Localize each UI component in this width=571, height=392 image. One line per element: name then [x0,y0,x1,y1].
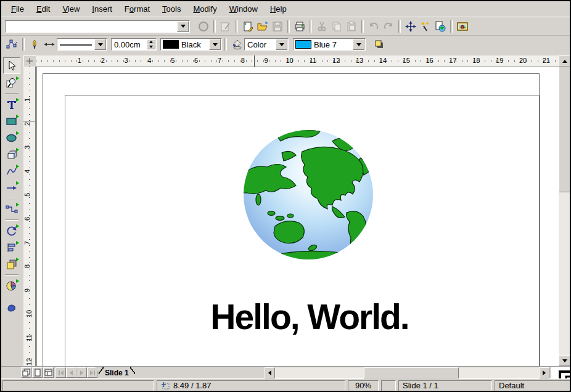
vertical-ruler[interactable]: 123456789101112 [23,67,36,366]
slide-tab[interactable]: Slide 1 [95,367,139,379]
vruler-number: 12 [25,357,33,365]
edit-points-icon[interactable] [6,38,19,51]
rotate-tool-button[interactable] [4,223,20,239]
url-combo[interactable] [5,20,190,33]
open-icon[interactable] [256,20,269,33]
vruler-number: 7 [23,241,31,245]
arrange-tool-button[interactable] [4,256,20,272]
3d-objects-tool-button[interactable] [4,147,20,162]
line-style-dropdown[interactable] [94,39,106,50]
fill-style-combo[interactable]: Color [244,38,289,51]
app-window: File Edit View Insert Format Tools Modif… [0,0,571,392]
menu-insert[interactable]: Insert [86,2,118,15]
curve-tool-button[interactable] [4,163,20,179]
layer-view-button[interactable] [43,367,54,378]
fill-color-combo[interactable]: Blue 7 [293,38,366,51]
hruler-number: 19 [496,57,503,64]
horizontal-scrollbar[interactable] [275,367,539,378]
rectangle-tool-button[interactable] [4,113,20,129]
last-slide-button[interactable] [87,367,97,378]
shadow-icon[interactable] [372,38,386,51]
function-toolbar [1,17,570,35]
connector-tool-button[interactable] [4,202,20,217]
undo-icon[interactable] [367,20,380,33]
line-color-combo[interactable]: Black [160,38,222,51]
text-tool-button[interactable] [4,97,20,112]
edit-file-icon[interactable] [219,20,232,33]
line-color-value[interactable]: Black [179,40,209,49]
status-position-field[interactable]: 8.49 / 1.87 [157,380,345,391]
document-globe-icon[interactable] [433,20,447,33]
menu-window[interactable]: Window [223,2,264,15]
vertical-scroll-thumb[interactable] [559,67,571,192]
hruler-number: 14 [379,57,387,64]
menu-view[interactable]: View [56,2,86,15]
area-icon[interactable] [230,38,244,51]
navigator-icon[interactable] [404,20,417,33]
line-width-up[interactable] [147,39,155,44]
menu-bar: File Edit View Insert Format Tools Modif… [1,1,570,17]
next-slide-button[interactable] [76,367,87,378]
hruler-number: 11 [310,57,316,64]
menu-help[interactable]: Help [264,2,293,15]
vertical-scrollbar[interactable] [559,55,571,366]
previous-slide-button[interactable] [66,367,76,378]
ellipse-tool-button[interactable] [4,130,20,145]
print-icon[interactable] [293,20,306,33]
hscroll-left-button[interactable] [265,367,275,378]
menu-edit[interactable]: Edit [30,2,56,15]
hruler-number: 10 [286,57,293,64]
effects-tool-button[interactable] [4,300,20,315]
menu-tools[interactable]: Tools [156,2,187,15]
gallery-icon[interactable] [456,20,469,33]
hscroll-right-button[interactable] [539,367,549,378]
horizontal-ruler[interactable]: 123456789101112131415161718192021 [36,55,559,67]
select-tool-button[interactable] [3,57,20,74]
horizontal-scroll-thumb[interactable] [364,367,459,378]
menu-file[interactable]: File [5,2,30,15]
line-width-spinner[interactable]: 0.00cm [111,38,157,51]
zoom-tool-button[interactable] [4,75,20,91]
globe-image[interactable] [241,126,376,265]
paste-icon[interactable] [345,20,358,33]
page-view-button[interactable] [21,367,31,378]
redo-icon[interactable] [382,20,395,33]
fill-color-dropdown[interactable] [353,39,364,50]
layout-name-value: Default [499,381,524,390]
url-combo-dropdown[interactable] [177,21,189,32]
window-resize-grip[interactable] [551,367,571,378]
master-view-button[interactable] [32,367,43,378]
status-zoom-field[interactable]: 90% [348,380,379,391]
fill-color-value[interactable]: Blue 7 [311,40,353,49]
menu-modify[interactable]: Modify [187,2,223,15]
new-document-icon[interactable] [241,20,255,33]
stop-icon[interactable] [197,20,210,33]
zoom-icon[interactable] [419,20,432,33]
save-icon[interactable] [271,20,284,33]
menu-format[interactable]: Format [118,2,156,15]
hruler-ticks [36,60,559,62]
line-color-dropdown[interactable] [209,39,221,50]
scroll-down-button[interactable] [559,355,571,366]
alignment-tool-button[interactable] [4,240,20,255]
pen-icon[interactable] [28,38,41,51]
fill-style-value[interactable]: Color [245,40,276,49]
line-width-value[interactable]: 0.00cm [112,39,146,50]
insert-tool-button[interactable] [4,278,20,293]
lines-arrows-tool-button[interactable] [4,180,20,195]
status-slide-field[interactable]: Slide 1 / 1 [398,380,492,391]
drawing-canvas[interactable]: Hello, World. [36,67,559,366]
fill-style-dropdown[interactable] [276,39,287,50]
scroll-up-button[interactable] [559,55,571,67]
line-style-combo[interactable] [57,38,107,51]
arrow-style-icon[interactable] [43,38,56,51]
vruler-number: 4 [23,169,31,173]
ruler-origin-button[interactable] [23,55,37,68]
status-layout-field[interactable]: Default [495,380,571,391]
slide-tab-label[interactable]: Slide 1 [105,369,129,377]
copy-icon[interactable] [330,20,343,33]
slide-title-text[interactable]: Hello, World. [174,296,445,337]
line-width-down[interactable] [147,44,155,49]
cut-icon[interactable] [315,20,329,33]
first-slide-button[interactable] [55,367,66,378]
